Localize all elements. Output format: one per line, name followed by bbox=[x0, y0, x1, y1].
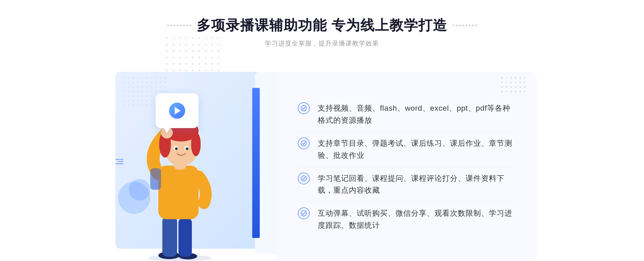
check-icon-1 bbox=[298, 102, 310, 114]
features-list: 支持视频、音频、flash、word、excel、ppt、pdf等各种格式的资源… bbox=[298, 97, 515, 237]
page-subtitle: 学习进度全掌握，提升录播课教学效果 bbox=[167, 39, 477, 48]
chevron-icon bbox=[115, 159, 123, 164]
play-bubble bbox=[156, 93, 199, 128]
svg-rect-3 bbox=[162, 217, 177, 257]
page-title: 多项录播课辅助功能 专为线上教学打造 bbox=[197, 16, 447, 35]
feature-text-1: 支持视频、音频、flash、word、excel、ppt、pdf等各种格式的资源… bbox=[318, 102, 515, 126]
check-icon-2 bbox=[298, 137, 310, 149]
page-container: // Will generate via JS below 多项录播课辅助功能 … bbox=[0, 0, 644, 261]
header-dots-left bbox=[167, 25, 191, 26]
features-container: 支持视频、音频、flash、word、excel、ppt、pdf等各种格式的资源… bbox=[276, 72, 537, 261]
illustration-container bbox=[107, 61, 279, 261]
check-icon-3 bbox=[298, 173, 310, 184]
svg-rect-4 bbox=[178, 218, 192, 257]
header-dots-right bbox=[453, 25, 477, 26]
svg-rect-16 bbox=[150, 168, 161, 190]
student-figure bbox=[134, 107, 231, 261]
feature-item-2: 支持章节目录、弹题考试、课后练习、课后作业、章节测验、批改作业 bbox=[298, 132, 515, 167]
svg-point-14 bbox=[186, 147, 188, 150]
svg-point-13 bbox=[175, 147, 178, 150]
svg-point-18 bbox=[301, 141, 306, 146]
feature-item-1: 支持视频、音频、flash、word、excel、ppt、pdf等各种格式的资源… bbox=[298, 97, 515, 132]
page-header: 多项录播课辅助功能 专为线上教学打造 学习进度全掌握，提升录播课教学效果 bbox=[167, 16, 477, 48]
left-arrow-decoration bbox=[115, 159, 123, 164]
blue-bar bbox=[252, 88, 260, 238]
svg-point-20 bbox=[301, 211, 306, 216]
svg-point-17 bbox=[301, 106, 306, 111]
feature-item-4: 互动弹幕、试听购买、微信分享、观看次数限制、学习进度跟踪、数据统计 bbox=[298, 202, 515, 237]
feature-text-4: 互动弹幕、试听购买、微信分享、观看次数限制、学习进度跟踪、数据统计 bbox=[318, 207, 515, 232]
main-content: 支持视频、音频、flash、word、excel、ppt、pdf等各种格式的资源… bbox=[107, 61, 537, 261]
feature-text-3: 学习笔记回看、课程提问、课程评论打分、课件资料下载，重点内容收藏 bbox=[318, 173, 515, 197]
check-icon-4 bbox=[298, 207, 310, 219]
feature-text-2: 支持章节目录、弹题考试、课后练习、课后作业、章节测验、批改作业 bbox=[318, 137, 515, 162]
header-title-row: 多项录播课辅助功能 专为线上教学打造 bbox=[167, 16, 477, 35]
feature-item-3: 学习笔记回看、课程提问、课程评论打分、课件资料下载，重点内容收藏 bbox=[298, 167, 515, 202]
features-dots-decoration bbox=[501, 77, 529, 95]
svg-point-10 bbox=[191, 132, 201, 156]
play-icon bbox=[169, 103, 185, 119]
svg-point-19 bbox=[301, 176, 306, 181]
